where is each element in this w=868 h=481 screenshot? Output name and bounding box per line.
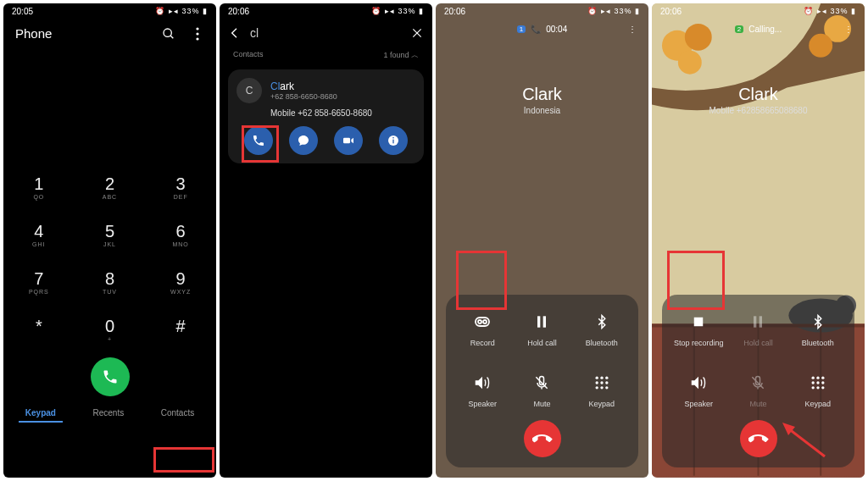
svg-rect-44 bbox=[760, 316, 762, 327]
svg-point-35 bbox=[809, 34, 832, 58]
speaker-button[interactable]: Speaker bbox=[453, 371, 512, 408]
phone-icon: 📞 bbox=[531, 25, 541, 34]
call-controls-panel: Record Hold call Bluetooth Speaker Mute … bbox=[446, 295, 638, 467]
key-0[interactable]: 0+ bbox=[75, 317, 146, 342]
search-icon[interactable] bbox=[162, 27, 175, 41]
mute-button[interactable]: Mute bbox=[512, 371, 571, 408]
caller-location: Indonesia bbox=[436, 106, 648, 115]
end-call-button[interactable] bbox=[524, 420, 561, 457]
svg-point-22 bbox=[605, 377, 608, 379]
screen-calling: 20:06 ⏰ ▸◂ 33% ▮ 2 Calling... ⋮ Clark Mo… bbox=[652, 3, 865, 478]
key-1[interactable]: 1QO bbox=[3, 174, 75, 200]
dial-call-button[interactable] bbox=[91, 357, 130, 396]
svg-point-27 bbox=[600, 386, 603, 389]
key-3[interactable]: 3DEF bbox=[145, 174, 216, 200]
call-status: Calling... bbox=[748, 25, 782, 34]
svg-point-23 bbox=[595, 381, 598, 384]
svg-point-26 bbox=[595, 386, 598, 389]
bluetooth-button[interactable]: Bluetooth bbox=[572, 310, 632, 347]
svg-line-1 bbox=[170, 36, 173, 38]
key-9[interactable]: 9WXYZ bbox=[145, 269, 216, 295]
svg-marker-45 bbox=[692, 377, 698, 390]
call-controls-panel: Stop recording Hold call Bluetooth Speak… bbox=[662, 295, 854, 467]
screen-search-contact: 20:06 ⏰ ▸◂ 33% ▮ cl Contacts 1 found ︿ C… bbox=[220, 3, 432, 478]
search-input[interactable]: cl bbox=[250, 26, 410, 40]
dialpad: 1QO2ABC3DEF4GHI5JKL6MNO7PQRS8TUV9WXYZ*0+… bbox=[3, 174, 216, 342]
key-8[interactable]: 8TUV bbox=[75, 269, 146, 295]
screen-in-call: 20:06 ⏰ ▸◂ 33% ▮ 1 📞 00:04 ⋮ Clark Indon… bbox=[436, 3, 648, 478]
section-label: Contacts bbox=[233, 50, 264, 61]
status-time: 20:06 bbox=[444, 7, 465, 16]
status-time: 20:06 bbox=[660, 7, 682, 16]
status-time: 20:05 bbox=[12, 7, 33, 16]
back-icon[interactable] bbox=[228, 26, 242, 40]
more-icon[interactable] bbox=[191, 27, 204, 41]
key-4[interactable]: 4GHI bbox=[3, 222, 75, 247]
call-action-button[interactable] bbox=[244, 126, 273, 155]
svg-rect-15 bbox=[537, 316, 540, 327]
contact-name: Clark bbox=[270, 80, 337, 92]
more-icon[interactable]: ⋮ bbox=[844, 25, 853, 34]
record-button[interactable]: Record bbox=[453, 310, 512, 347]
svg-point-54 bbox=[811, 386, 814, 389]
svg-point-56 bbox=[821, 386, 824, 389]
key-2[interactable]: 2ABC bbox=[75, 174, 146, 200]
key-5[interactable]: 5JKL bbox=[75, 222, 146, 247]
speaker-button[interactable]: Speaker bbox=[669, 371, 728, 408]
message-action-button[interactable] bbox=[289, 126, 318, 155]
contact-actions bbox=[236, 126, 415, 155]
svg-point-51 bbox=[811, 381, 814, 384]
video-action-button[interactable] bbox=[334, 126, 363, 155]
svg-marker-17 bbox=[476, 377, 482, 390]
call-top-bar: 2 Calling... ⋮ bbox=[652, 25, 865, 34]
sim-badge: 1 bbox=[517, 25, 526, 33]
svg-point-33 bbox=[678, 51, 702, 75]
svg-point-20 bbox=[595, 377, 598, 379]
svg-rect-16 bbox=[543, 316, 546, 327]
svg-point-24 bbox=[600, 381, 603, 384]
caller-name: Clark bbox=[652, 85, 865, 104]
contact-mobile: Mobile +62 858-6650-8680 bbox=[270, 108, 415, 118]
sim-badge: 2 bbox=[735, 25, 743, 33]
key-*[interactable]: * bbox=[3, 317, 75, 342]
caller-name: Clark bbox=[436, 85, 648, 104]
svg-point-53 bbox=[821, 381, 824, 384]
contact-card[interactable]: C Clark +62 858-6650-8680 Mobile +62 858… bbox=[228, 69, 424, 163]
clear-icon[interactable] bbox=[410, 26, 424, 40]
key-#[interactable]: # bbox=[145, 317, 216, 342]
app-title: Phone bbox=[15, 26, 52, 41]
mute-button[interactable]: Mute bbox=[728, 371, 787, 408]
tab-keypad[interactable]: Keypad bbox=[19, 405, 63, 423]
svg-point-11 bbox=[392, 137, 394, 139]
hold-button[interactable]: Hold call bbox=[512, 310, 571, 347]
hold-button[interactable]: Hold call bbox=[728, 310, 787, 347]
results-count[interactable]: 1 found ︿ bbox=[383, 50, 419, 61]
svg-point-25 bbox=[605, 381, 608, 384]
end-call-button[interactable] bbox=[740, 420, 777, 457]
tab-contacts[interactable]: Contacts bbox=[154, 405, 201, 423]
svg-point-49 bbox=[816, 377, 819, 379]
svg-marker-8 bbox=[351, 138, 353, 144]
tutorial-arrow-icon bbox=[778, 418, 829, 461]
svg-point-50 bbox=[821, 377, 824, 379]
stop-recording-button[interactable]: Stop recording bbox=[669, 310, 728, 347]
avatar: C bbox=[236, 78, 262, 103]
tab-recents[interactable]: Recents bbox=[86, 405, 131, 423]
keypad-button[interactable]: Keypad bbox=[572, 371, 632, 408]
svg-rect-42 bbox=[694, 318, 704, 327]
svg-point-52 bbox=[816, 381, 819, 384]
caller-number: Mobile +62858665088680 bbox=[652, 106, 865, 115]
bottom-tabs: Keypad Recents Contacts bbox=[3, 396, 216, 434]
info-action-button[interactable] bbox=[379, 126, 408, 155]
key-6[interactable]: 6MNO bbox=[145, 222, 216, 247]
more-icon[interactable]: ⋮ bbox=[628, 25, 637, 34]
svg-rect-10 bbox=[392, 140, 393, 144]
svg-point-14 bbox=[483, 320, 487, 323]
key-7[interactable]: 7PQRS bbox=[3, 269, 75, 295]
bluetooth-button[interactable]: Bluetooth bbox=[788, 310, 848, 347]
svg-point-13 bbox=[478, 320, 481, 323]
call-top-bar: 1 📞 00:04 ⋮ bbox=[436, 25, 648, 34]
contact-number: +62 858-6650-8680 bbox=[270, 92, 337, 101]
keypad-button[interactable]: Keypad bbox=[788, 371, 848, 408]
svg-point-48 bbox=[811, 377, 814, 379]
